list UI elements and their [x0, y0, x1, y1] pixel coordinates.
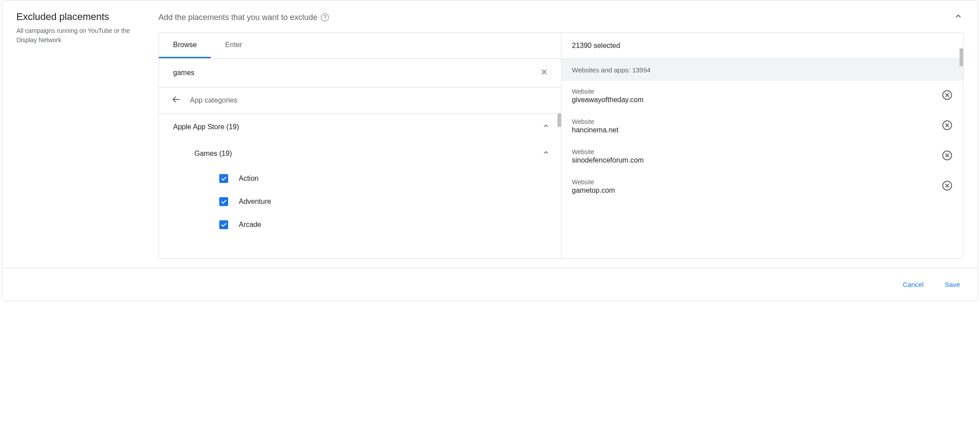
tree-node-store[interactable]: Apple App Store (19)	[159, 114, 561, 140]
remove-circle-icon[interactable]	[942, 120, 952, 132]
tree-node-games[interactable]: Games (19)	[159, 140, 561, 167]
item-value: hancinema.net	[572, 126, 942, 134]
tree-item[interactable]: Arcade	[159, 213, 561, 236]
item-value: giveawayoftheday.com	[572, 96, 942, 104]
item-type: Website	[572, 88, 942, 95]
remove-circle-icon[interactable]	[942, 150, 952, 163]
browse-panel: Browse Enter App categories	[159, 33, 561, 258]
item-value: gametop.com	[572, 187, 942, 195]
scrollbar-thumb[interactable]	[960, 48, 963, 66]
tree-item[interactable]: Action	[159, 167, 561, 190]
instruction-text: Add the placements that you want to excl…	[158, 13, 329, 22]
remove-circle-icon[interactable]	[942, 180, 952, 193]
list-item: Website gametop.com	[561, 171, 964, 202]
chevron-up-icon[interactable]	[541, 122, 550, 132]
list-item: Website hancinema.net	[561, 111, 964, 141]
selected-panel: 21390 selected Websites and apps: 13994 …	[561, 33, 964, 258]
section-title: Excluded placements	[16, 11, 158, 23]
search-input[interactable]	[173, 69, 538, 77]
item-type: Website	[572, 148, 942, 155]
category-tree[interactable]: Apple App Store (19) Games (19)	[159, 114, 561, 258]
breadcrumb-label: App categories	[190, 96, 237, 104]
section-subtitle: All campaigns running on YouTube or the …	[16, 26, 141, 45]
tab-enter[interactable]: Enter	[211, 33, 256, 58]
back-arrow-icon[interactable]	[171, 95, 181, 106]
checkbox-checked-icon[interactable]	[219, 220, 228, 229]
selected-group-header: Websites and apps: 13994	[561, 59, 964, 81]
chevron-up-icon[interactable]	[541, 148, 550, 159]
scrollbar-thumb[interactable]	[557, 114, 561, 127]
tab-browse[interactable]: Browse	[159, 33, 211, 58]
item-type: Website	[572, 118, 942, 125]
selected-list[interactable]: Website giveawayoftheday.com Website han…	[561, 81, 964, 258]
item-type: Website	[572, 179, 942, 186]
section-header: Excluded placements All campaigns runnin…	[16, 11, 158, 259]
excluded-placements-card: Excluded placements All campaigns runnin…	[2, 0, 978, 301]
tabs: Browse Enter	[159, 33, 561, 59]
help-icon[interactable]: ?	[321, 13, 329, 21]
item-value: sinodefenceforum.com	[572, 156, 942, 164]
list-item: Website giveawayoftheday.com	[561, 81, 964, 111]
remove-circle-icon[interactable]	[942, 90, 952, 102]
save-button[interactable]: Save	[941, 277, 964, 292]
selected-count: 21390 selected	[561, 33, 964, 59]
clear-search-icon[interactable]	[538, 66, 550, 80]
collapse-icon[interactable]	[953, 11, 964, 24]
checkbox-checked-icon[interactable]	[219, 197, 228, 206]
tree-item[interactable]: Adventure	[159, 190, 561, 213]
checkbox-checked-icon[interactable]	[219, 174, 228, 183]
cancel-button[interactable]: Cancel	[899, 277, 927, 292]
list-item: Website sinodefenceforum.com	[561, 141, 964, 171]
footer: Cancel Save	[2, 268, 978, 301]
